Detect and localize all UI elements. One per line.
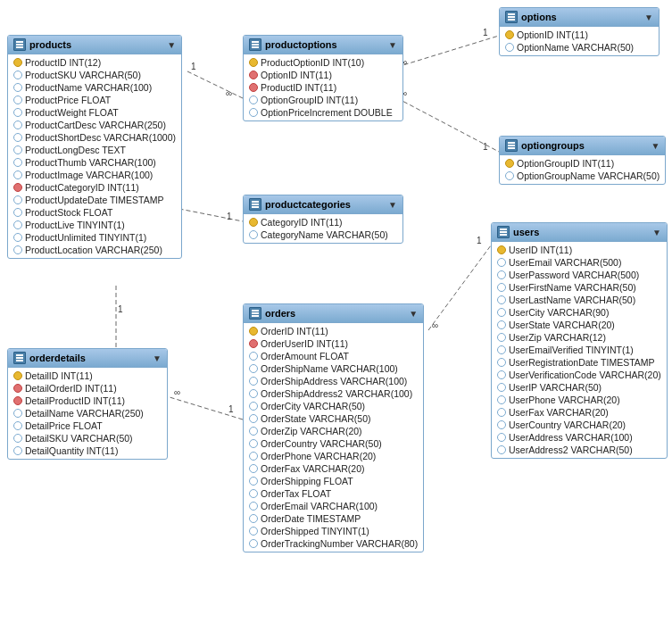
field-name: ProductOptionID INT(10)	[261, 57, 364, 68]
field-name: OptionID INT(11)	[261, 70, 332, 80]
table-name-label: productoptions	[265, 39, 337, 50]
table-header-orders[interactable]: orders▼	[244, 304, 423, 323]
field-name: DetailOrderID INT(11)	[25, 383, 117, 394]
table-productoptions: productoptions▼ProductOptionID INT(10)Op…	[243, 35, 403, 121]
table-row: OrderID INT(11)	[244, 325, 423, 337]
table-grid-icon	[505, 139, 518, 152]
field-name: ProductUpdateDate TIMESTAMP	[25, 195, 163, 205]
expand-icon[interactable]: ▼	[388, 40, 397, 50]
expand-icon[interactable]: ▼	[652, 228, 661, 237]
field-icon	[497, 320, 506, 329]
table-row: DetailName VARCHAR(250)	[8, 407, 167, 419]
table-header-productcategories[interactable]: productcategories▼	[244, 195, 402, 214]
table-row: ProductImage VARCHAR(100)	[8, 169, 181, 181]
field-icon	[13, 83, 22, 92]
field-icon	[505, 171, 514, 180]
table-row: DetailProductID INT(11)	[8, 395, 167, 407]
field-name: UserVerificationCode VARCHAR(20)	[509, 370, 661, 380]
field-name: OrderState VARCHAR(50)	[261, 413, 371, 424]
expand-icon[interactable]: ▼	[153, 353, 162, 363]
field-name: OptionID INT(11)	[517, 29, 588, 40]
field-name: DetailSKU VARCHAR(50)	[25, 433, 133, 444]
table-row: OrderState VARCHAR(50)	[244, 412, 423, 425]
table-header-users[interactable]: users▼	[492, 223, 667, 242]
svg-line-0	[187, 71, 243, 98]
field-name: UserFax VARCHAR(20)	[509, 407, 609, 418]
field-icon	[497, 395, 506, 404]
field-icon	[249, 364, 258, 373]
primary-key-icon	[249, 58, 258, 67]
table-row: OptionGroupName VARCHAR(50)	[500, 170, 665, 182]
table-row: OptionID INT(11)	[500, 29, 659, 41]
field-name: OrderTax FLOAT	[261, 488, 331, 499]
primary-key-icon	[505, 159, 514, 168]
foreign-key-icon	[249, 339, 258, 348]
table-grid-icon	[13, 352, 26, 364]
field-name: CategoryID INT(11)	[261, 217, 343, 228]
field-icon	[497, 420, 506, 429]
field-icon	[497, 345, 506, 354]
table-options: options▼OptionID INT(11)OptionName VARCH…	[499, 7, 660, 56]
expand-icon[interactable]: ▼	[651, 141, 660, 151]
table-body-optiongroups: OptionGroupID INT(11)OptionGroupName VAR…	[500, 155, 665, 184]
field-icon	[13, 245, 22, 254]
field-icon	[13, 158, 22, 167]
field-name: UserFirstName VARCHAR(50)	[509, 282, 636, 293]
field-icon	[13, 96, 22, 104]
table-header-options[interactable]: options▼	[500, 8, 659, 27]
table-grid-icon	[249, 307, 261, 320]
field-icon	[497, 358, 506, 367]
field-name: DetailProductID INT(11)	[25, 395, 125, 406]
expand-icon[interactable]: ▼	[644, 12, 653, 22]
table-row: ProductThumb VARCHAR(100)	[8, 156, 181, 169]
table-row: UserLastName VARCHAR(50)	[492, 294, 667, 306]
table-row: UserVerificationCode VARCHAR(20)	[492, 369, 667, 381]
field-name: ProductPrice FLOAT	[25, 95, 111, 105]
primary-key-icon	[497, 245, 506, 254]
field-name: UserEmail VARCHAR(500)	[509, 257, 621, 268]
expand-icon[interactable]: ▼	[409, 309, 418, 319]
field-icon	[13, 170, 22, 179]
table-row: OrderShipping FLOAT	[244, 475, 423, 487]
table-header-optiongroups[interactable]: optiongroups▼	[500, 137, 665, 155]
field-name: OptionGroupID INT(11)	[517, 158, 614, 169]
field-icon	[13, 195, 22, 204]
field-icon	[497, 408, 506, 417]
field-name: DetailPrice FLOAT	[25, 420, 103, 431]
table-row: UserAddress2 VARCHAR(50)	[492, 444, 667, 456]
foreign-key-icon	[249, 71, 258, 79]
expand-icon[interactable]: ▼	[167, 40, 176, 50]
field-name: UserZip VARCHAR(12)	[509, 332, 606, 343]
table-row: CategoryName VARCHAR(50)	[244, 228, 402, 241]
field-name: UserCountry VARCHAR(20)	[509, 419, 626, 430]
table-grid-icon	[13, 38, 26, 51]
field-name: CategoryName VARCHAR(50)	[261, 229, 388, 240]
table-header-orderdetails[interactable]: orderdetails▼	[8, 349, 167, 368]
foreign-key-icon	[249, 83, 258, 92]
field-name: OrderShipping FLOAT	[261, 476, 353, 486]
table-grid-icon	[497, 226, 510, 238]
svg-line-15	[170, 397, 243, 419]
expand-icon[interactable]: ▼	[388, 200, 397, 210]
table-row: OrderPhone VARCHAR(20)	[244, 450, 423, 462]
svg-text:1: 1	[483, 142, 488, 152]
field-icon	[13, 120, 22, 129]
field-icon	[13, 108, 22, 117]
field-name: UserAddress2 VARCHAR(50)	[509, 444, 633, 455]
table-row: OrderShipAddress VARCHAR(100)	[244, 375, 423, 387]
field-icon	[249, 452, 258, 461]
table-row: OrderShipped TINYINT(1)	[244, 525, 423, 537]
table-row: ProductID INT(11)	[244, 81, 402, 94]
table-header-productoptions[interactable]: productoptions▼	[244, 36, 402, 54]
table-name-label: options	[521, 12, 557, 22]
table-row: UserID INT(11)	[492, 244, 667, 256]
field-name: UserPassword VARCHAR(500)	[509, 270, 639, 280]
table-row: OrderAmount FLOAT	[244, 350, 423, 362]
table-name-label: orderdetails	[29, 353, 86, 363]
table-grid-icon	[505, 11, 518, 23]
field-name: ProductWeight FLOAT	[25, 107, 119, 118]
foreign-key-icon	[13, 384, 22, 393]
table-header-products[interactable]: products▼	[8, 36, 181, 54]
field-name: ProductStock FLOAT	[25, 207, 112, 218]
table-row: ProductPrice FLOAT	[8, 94, 181, 106]
